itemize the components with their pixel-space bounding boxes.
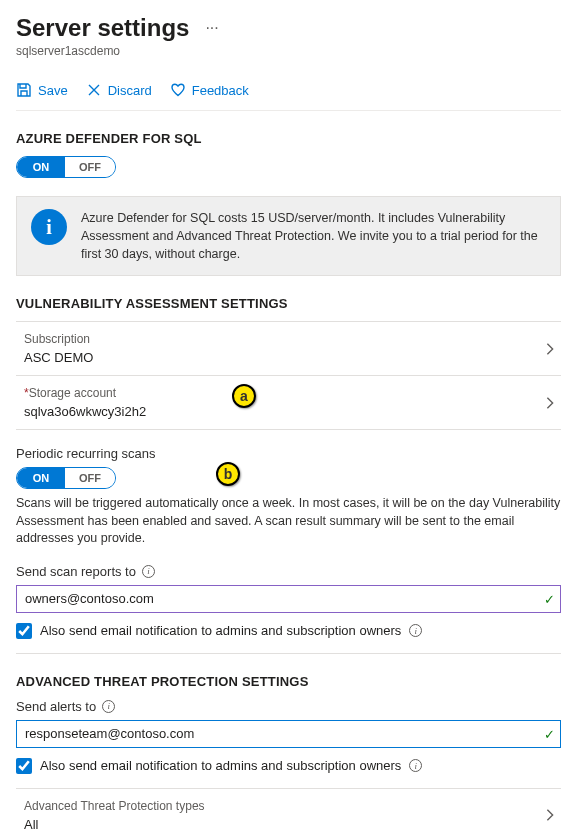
info-tooltip-icon[interactable]: i [102,700,115,713]
storage-account-row[interactable]: *Storage account sqlva3o6wkwcy3i2h2 a [16,376,561,430]
save-button[interactable]: Save [16,82,68,98]
defender-toggle-on: ON [17,157,65,177]
notify-admins-checkbox[interactable] [16,623,32,639]
feedback-label: Feedback [192,83,249,98]
defender-toggle-off: OFF [65,157,115,177]
send-alerts-label: Send alerts to [16,699,96,714]
chevron-right-icon [543,808,557,822]
save-label: Save [38,83,68,98]
atp-types-value: All [24,817,543,832]
storage-value: sqlva3o6wkwcy3i2h2 [24,404,543,419]
periodic-description: Scans will be triggered automatically on… [16,495,561,548]
defender-toggle[interactable]: ON OFF [16,156,116,178]
heart-icon [170,82,186,98]
send-reports-label: Send scan reports to [16,564,136,579]
info-tooltip-icon[interactable]: i [409,624,422,637]
periodic-label: Periodic recurring scans [16,446,561,461]
info-text: Azure Defender for SQL costs 15 USD/serv… [81,209,546,263]
notify-admins-label: Also send email notification to admins a… [40,623,401,638]
info-tooltip-icon[interactable]: i [142,565,155,578]
discard-label: Discard [108,83,152,98]
defender-heading: AZURE DEFENDER FOR SQL [16,131,561,146]
feedback-button[interactable]: Feedback [170,82,249,98]
discard-button[interactable]: Discard [86,82,152,98]
atp-types-label: Advanced Threat Protection types [24,799,543,813]
send-alerts-input[interactable] [16,720,561,748]
command-bar: Save Discard Feedback [16,74,561,111]
periodic-toggle-on: ON [17,468,65,488]
subscription-row[interactable]: Subscription ASC DEMO [16,321,561,376]
save-icon [16,82,32,98]
atp-notify-admins-label: Also send email notification to admins a… [40,758,401,773]
info-box: i Azure Defender for SQL costs 15 USD/se… [16,196,561,276]
server-name: sqlserver1ascdemo [16,44,561,58]
atp-heading: ADVANCED THREAT PROTECTION SETTINGS [16,674,561,689]
atp-types-row[interactable]: Advanced Threat Protection types All [16,788,561,837]
divider [16,653,561,654]
atp-notify-admins-checkbox-row[interactable]: Also send email notification to admins a… [16,758,561,774]
more-actions-button[interactable]: ··· [205,19,218,37]
atp-notify-admins-checkbox[interactable] [16,758,32,774]
periodic-toggle-off: OFF [65,468,115,488]
subscription-label: Subscription [24,332,543,346]
annotation-b: b [216,462,240,486]
send-reports-input[interactable] [16,585,561,613]
storage-label: *Storage account [24,386,543,400]
vulnerability-heading: VULNERABILITY ASSESSMENT SETTINGS [16,296,561,311]
chevron-right-icon [543,342,557,356]
chevron-right-icon [543,396,557,410]
close-icon [86,82,102,98]
page-title: Server settings [16,14,189,42]
periodic-toggle[interactable]: ON OFF [16,467,116,489]
info-icon: i [31,209,67,245]
subscription-value: ASC DEMO [24,350,543,365]
info-tooltip-icon[interactable]: i [409,759,422,772]
notify-admins-checkbox-row[interactable]: Also send email notification to admins a… [16,623,561,639]
